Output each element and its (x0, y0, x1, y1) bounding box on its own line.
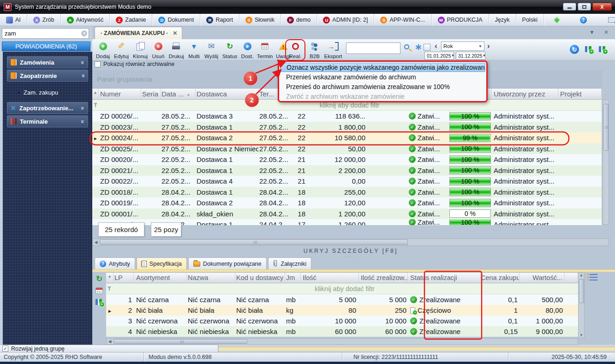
edytuj-button[interactable]: ✎Edytuj (112, 41, 131, 60)
tab-close-icon[interactable]: ✕ (173, 30, 177, 36)
menu-item-mark-all-realized[interactable]: Oznacz wszystkie pozycje wskazanego zamó… (280, 63, 485, 72)
archive-filter[interactable]: Pokazuj również archiwalne (95, 61, 174, 67)
scroll-left-icon[interactable]: ◀ (93, 240, 99, 245)
tab-atrybuty[interactable]: ?Atrybuty (95, 257, 135, 269)
header-numer[interactable]: Numer (99, 89, 141, 99)
add-column-icon[interactable] (599, 46, 607, 53)
header-asortyment[interactable]: Asortyment (134, 273, 187, 283)
header-status-realizacji[interactable]: Status realizacji (408, 273, 481, 283)
scrollbar-thumb[interactable] (100, 239, 408, 245)
order-row[interactable]: ZD 00024/... 27.05.2... Dostawca 2 27.05… (92, 132, 602, 143)
date-to-select[interactable]: 31.12.2025▼ (456, 52, 485, 60)
scroll-down-icon[interactable]: ▼ (579, 333, 584, 337)
menu-item-polski[interactable]: Polski (516, 14, 544, 26)
menu-item-dokument[interactable]: DDokument (152, 14, 200, 26)
orders-vscrollbar[interactable] (603, 100, 609, 225)
scrollbar-thumb[interactable] (113, 339, 247, 344)
menu-item-demo[interactable]: Fdemo (281, 14, 317, 26)
minimize-button[interactable] (563, 3, 576, 11)
filter-hint[interactable]: kliknij aby dodać filtr (111, 285, 578, 292)
detail-vscrollbar[interactable]: ▲ ▼ (578, 272, 585, 338)
diamond-icon[interactable] (553, 16, 561, 24)
menu-item-zadanie[interactable]: ZZadanie (110, 14, 152, 26)
clear-search-icon[interactable]: ✕ (81, 30, 87, 36)
add-column-icon[interactable] (96, 298, 103, 306)
tab-specyfikacja[interactable]: Specyfikacja (137, 257, 187, 269)
spec-row[interactable]: 2 Nić biała Nić biała Nić biała kg 80 25… (106, 305, 578, 316)
header-dostawca[interactable]: Dostawca (196, 89, 258, 99)
scroll-left-icon[interactable]: ◀ (107, 339, 113, 344)
splitter-handle[interactable]: ···· (335, 342, 346, 347)
notifications-button[interactable]: POWIADOMIENIA (62) (2, 42, 90, 51)
tab-zalaczniki[interactable]: Załączniki (268, 257, 312, 269)
menu-item-move-to-archive[interactable]: Przenieś wskazane zamówienie do archiwum (280, 72, 485, 82)
tab-zamowienia-zakupu[interactable]: · ZAMÓWIENIA ZAKUPU · ✕ (95, 27, 182, 39)
tabs-dropdown-icon[interactable]: ▼ (589, 29, 595, 36)
header-marker[interactable]: * (106, 273, 113, 283)
orders-hscrollbar[interactable]: ◀ (92, 239, 609, 246)
order-row[interactable]: ZD 00001/... 28.04.2... skład_okien 28.0… (92, 209, 602, 220)
header-ilosc[interactable]: Ilość (301, 273, 359, 283)
header-zreal[interactable]: Ilość zrealizow... (359, 273, 408, 283)
expand-group-row[interactable]: ✓ Rozwijaj jedną grupę (0, 345, 218, 352)
order-row[interactable]: ZD 00022/... 22.05.2... Dostawca 4 22.05… (92, 176, 602, 187)
menu-item-zrob[interactable]: XZrób (27, 14, 61, 26)
order-row[interactable]: ZD 00023/... 27.05.2... Dostawca 1 27.05… (92, 122, 602, 133)
period-select[interactable]: Rok▼ (441, 42, 484, 51)
menu-item-admin[interactable]: UADMIN [ID: 2] (317, 14, 374, 26)
b2b-button[interactable]: B2B (307, 41, 322, 60)
refresh-icon[interactable]: ↻ (96, 275, 102, 283)
expand-group-checkbox[interactable]: ✓ (2, 346, 8, 352)
menu-item-produkcja[interactable]: MPRODUKCJA (432, 14, 489, 26)
termin-button[interactable]: Termin (256, 41, 274, 60)
external-window-icon[interactable] (608, 17, 615, 23)
search-options-icon[interactable]: ∗ (415, 42, 422, 52)
layout-list-icon[interactable] (590, 274, 597, 280)
calendar-icon[interactable] (96, 287, 103, 294)
order-row[interactable]: ZD 00019/... 28.04.2... Dostawca 2 28.04… (92, 197, 602, 209)
maximize-button[interactable] (578, 3, 591, 11)
menu-item-ai[interactable]: AI (0, 14, 27, 26)
refresh-grid-icon[interactable]: ↻ (570, 45, 579, 54)
help-icon[interactable]: ? (580, 17, 587, 24)
tabs-close-icon[interactable]: ✕ (604, 29, 609, 36)
menu-item-app-win[interactable]: SAPP-WIN-C... (374, 14, 431, 26)
status-button[interactable]: ↻Status (221, 41, 239, 60)
header-marker[interactable]: * (92, 89, 99, 99)
sidebar-group-terminale[interactable]: Terminale » (7, 115, 88, 127)
header-nazwa[interactable]: Nazwa (187, 273, 235, 283)
scrollbar-thumb[interactable] (603, 104, 609, 151)
tab-dokumenty-powiazane[interactable]: Dokumenty powiązane (188, 257, 266, 269)
spec-row[interactable]: 3 Nić czerwona Nić czerwona Nić czerwona… (106, 316, 578, 326)
period-next-icon[interactable]: › (487, 42, 490, 51)
search-checkbox[interactable] (424, 44, 430, 51)
quick-search-input[interactable] (346, 42, 400, 54)
spec-row[interactable]: 4 Nić niebieska Nić niebieska Nić niebie… (106, 326, 578, 337)
order-row[interactable]: ZD 00025/... 27.05.2... Dostawca z Niemi… (92, 143, 602, 155)
sidebar-item-zam-zakupu[interactable]: Zam. zakupu (7, 83, 88, 102)
eksport-button[interactable]: Eksport (323, 41, 343, 60)
sidebar-group-zapotrzebowanie[interactable]: ✕ Zapotrzebowanie... » (7, 102, 88, 114)
usun-button[interactable]: ✕Usuń (150, 41, 167, 60)
header-utworzony[interactable]: Utworzony przez (492, 89, 558, 99)
header-seria[interactable]: Seria (141, 89, 161, 99)
menu-item-slownik[interactable]: SSłownik (239, 14, 281, 26)
add-column-icon[interactable] (585, 46, 593, 53)
sidebar-group-zaopatrzenie[interactable]: Zaopatrzenie » (7, 70, 88, 82)
dost-button[interactable]: ▶Dost. (239, 41, 255, 60)
order-row[interactable]: ZD 00018/... 28.04.2... Dostawca 1 28.04… (92, 187, 602, 198)
klonuj-button[interactable]: Klonuj (131, 41, 149, 60)
dodaj-button[interactable]: +Dodaj (94, 41, 112, 60)
drukuj-button[interactable]: Drukuj (167, 41, 185, 60)
header-data[interactable]: Data ...▼ (161, 89, 196, 99)
archive-checkbox[interactable] (95, 61, 101, 67)
spec-row[interactable]: 1 Nić czarna Nić czarna Nić czarna mb 5 … (106, 294, 578, 305)
header-lp[interactable]: LP (113, 273, 134, 283)
menu-item-archive-100[interactable]: Przenieś do archiwum zamówienia zrealizo… (280, 82, 485, 91)
menu-item-jezyk[interactable]: Język (489, 14, 516, 26)
date-from-select[interactable]: 01.01.2025▼ (424, 52, 454, 60)
header-wartosc[interactable]: Wartość... (519, 273, 565, 283)
search-icon[interactable] (404, 44, 409, 49)
close-button[interactable]: X (592, 3, 612, 11)
detail-filter-row[interactable]: kliknij aby dodać filtr (106, 283, 578, 294)
